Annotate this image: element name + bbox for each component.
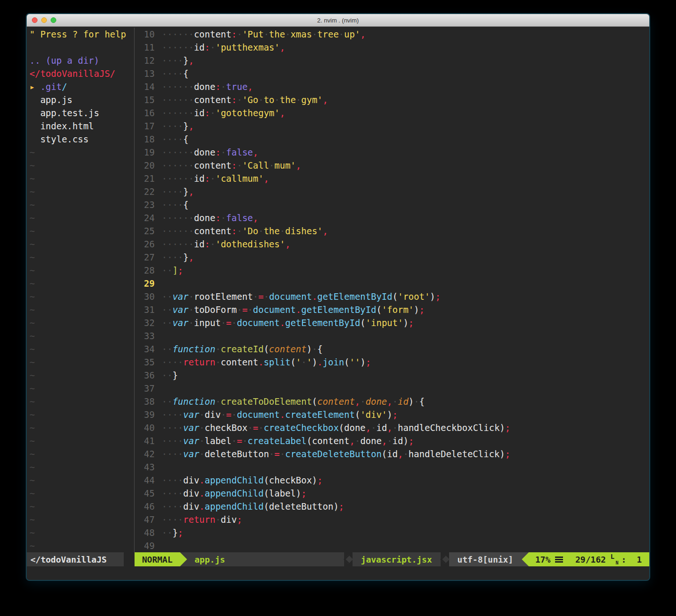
line-number: 22 — [135, 185, 162, 198]
code-line-44[interactable]: 44····div.appendChild(checkBox); — [135, 474, 649, 487]
tree-file-index-html[interactable]: index.html — [27, 119, 134, 133]
code-line-41[interactable]: 41····var·label·=·createLabel(content,·d… — [135, 434, 649, 447]
tilde-filler-line: ~ — [27, 342, 134, 356]
code-line-11[interactable]: 11······id:·'putthexmas', — [135, 41, 649, 54]
code-line-27[interactable]: 27····}, — [135, 251, 649, 264]
code-line-13[interactable]: 13····{ — [135, 67, 649, 80]
code-line-37[interactable]: 37 — [135, 382, 649, 395]
code-line-30[interactable]: 30··var·rootElement·=·document.getElemen… — [135, 290, 649, 303]
code-line-17[interactable]: 17····}, — [135, 119, 649, 133]
tilde-filler-line: ~ — [27, 539, 134, 552]
nerdtree-sidebar[interactable]: " Press ? for help.. (up a dir)</todoVan… — [27, 28, 134, 552]
line-number: 12 — [135, 54, 162, 67]
line-number: 15 — [135, 93, 162, 106]
tree-file-app-js[interactable]: app.js — [27, 93, 134, 106]
chevron-left-icon — [344, 555, 353, 564]
nvim-main-area: " Press ? for help.. (up a dir)</todoVan… — [27, 27, 649, 552]
line-number: 14 — [135, 80, 162, 93]
code-line-23[interactable]: 23····{ — [135, 198, 649, 211]
code-line-19[interactable]: 19······done:·false, — [135, 146, 649, 159]
code-line-21[interactable]: 21······id:·'callmum', — [135, 172, 649, 185]
tree-blank — [27, 41, 134, 54]
zoom-button[interactable] — [51, 17, 56, 23]
line-number: 10 — [135, 28, 162, 41]
code-line-35[interactable]: 35····return·content.split('·').join('')… — [135, 356, 649, 369]
line-number: 21 — [135, 172, 162, 185]
statusline: </todoVanillaJS NORMAL app.js javascript… — [27, 552, 649, 566]
tilde-filler-line: ~ — [27, 146, 134, 159]
line-number: 41 — [135, 434, 162, 447]
code-line-25[interactable]: 25······content:·'Do·the·dishes', — [135, 224, 649, 237]
tree-dir-git[interactable]: ▸ .git/ — [27, 80, 134, 93]
line-number: 13 — [135, 67, 162, 80]
code-line-26[interactable]: 26······id:·'dothedishes', — [135, 237, 649, 251]
tilde-filler-line: ~ — [27, 369, 134, 382]
code-line-18[interactable]: 18····{ — [135, 133, 649, 146]
line-position: 29/162 — [575, 555, 606, 564]
code-line-29[interactable]: 29 — [135, 277, 649, 290]
code-line-38[interactable]: 38··function·createToDoElement(content,·… — [135, 395, 649, 408]
line-number: 11 — [135, 41, 162, 54]
tilde-filler-line: ~ — [27, 447, 134, 460]
line-number-current: 29 — [135, 277, 162, 290]
line-number: 31 — [135, 303, 162, 316]
tilde-filler-line: ~ — [27, 382, 134, 395]
line-number: 47 — [135, 513, 162, 526]
code-line-43[interactable]: 43 — [135, 460, 649, 474]
tilde-filler-line: ~ — [27, 487, 134, 500]
line-number: 33 — [135, 329, 162, 342]
code-line-34[interactable]: 34··function·createId(content)·{ — [135, 342, 649, 356]
tilde-filler-line: ~ — [27, 408, 134, 421]
code-line-48[interactable]: 48··}; — [135, 526, 649, 539]
line-number: 34 — [135, 342, 162, 356]
tree-file-app-test-js[interactable]: app.test.js — [27, 106, 134, 119]
tilde-filler-line: ~ — [27, 185, 134, 198]
tree-root[interactable]: </todoVanillaJS/ — [27, 67, 134, 80]
code-line-15[interactable]: 15······content:·'Go·to·the·gym', — [135, 93, 649, 106]
tilde-filler-line: ~ — [27, 211, 134, 224]
line-number: 46 — [135, 500, 162, 513]
code-line-10[interactable]: 10······content:·'Put·the·xmas·tree·up', — [135, 28, 649, 41]
hamburger-icon — [555, 557, 563, 563]
code-line-20[interactable]: 20······content:·'Call·mum', — [135, 159, 649, 172]
close-button[interactable] — [32, 17, 38, 23]
code-line-12[interactable]: 12····}, — [135, 54, 649, 67]
line-number: 16 — [135, 106, 162, 119]
tilde-filler-line: ~ — [27, 421, 134, 434]
minimize-button[interactable] — [41, 17, 47, 23]
code-line-42[interactable]: 42····var·deleteButton·=·createDeleteBut… — [135, 447, 649, 460]
code-line-24[interactable]: 24······done:·false, — [135, 211, 649, 224]
code-line-36[interactable]: 36··} — [135, 369, 649, 382]
code-line-28[interactable]: 28··]; — [135, 264, 649, 277]
code-line-31[interactable]: 31··var·toDoForm·=·document.getElementBy… — [135, 303, 649, 316]
tilde-filler-line: ~ — [27, 159, 134, 172]
line-number: 30 — [135, 290, 162, 303]
tilde-filler-line: ~ — [27, 198, 134, 211]
code-line-14[interactable]: 14······done:·true, — [135, 80, 649, 93]
code-line-45[interactable]: 45····div.appendChild(label); — [135, 487, 649, 500]
encoding-indicator: utf-8[unix] — [449, 552, 522, 566]
code-line-40[interactable]: 40····var·checkBox·=·createCheckbox(done… — [135, 421, 649, 434]
line-number: 26 — [135, 237, 162, 251]
code-line-47[interactable]: 47····return·div; — [135, 513, 649, 526]
code-line-46[interactable]: 46····div.appendChild(deleteButton); — [135, 500, 649, 513]
line-number-glyph-icon: LN — [610, 554, 618, 564]
code-line-16[interactable]: 16······id:·'gotothegym', — [135, 106, 649, 119]
tree-help-hint: " Press ? for help — [27, 28, 134, 41]
code-line-22[interactable]: 22····}, — [135, 185, 649, 198]
code-line-33[interactable]: 33 — [135, 329, 649, 342]
line-number: 25 — [135, 224, 162, 237]
cursor-position-segment: 17% 29/162 LN : 1 — [529, 552, 649, 566]
code-line-32[interactable]: 32··var·input·=·document.getElementById(… — [135, 316, 649, 329]
tilde-filler-line: ~ — [27, 172, 134, 185]
tree-up-dir[interactable]: .. (up a dir) — [27, 54, 134, 67]
line-number: 27 — [135, 251, 162, 264]
code-editor-buffer[interactable]: 10······content:·'Put·the·xmas·tree·up',… — [135, 28, 649, 552]
window-titlebar[interactable]: 2. nvim . (nvim) — [27, 14, 649, 27]
line-number: 18 — [135, 133, 162, 146]
code-line-39[interactable]: 39····var·div·=·document.createElement('… — [135, 408, 649, 421]
tree-file-style-css[interactable]: style.css — [27, 133, 134, 146]
command-line[interactable] — [27, 566, 649, 580]
code-line-49[interactable]: 49 — [135, 539, 649, 552]
powerline-arrow-right-icon — [180, 552, 187, 566]
